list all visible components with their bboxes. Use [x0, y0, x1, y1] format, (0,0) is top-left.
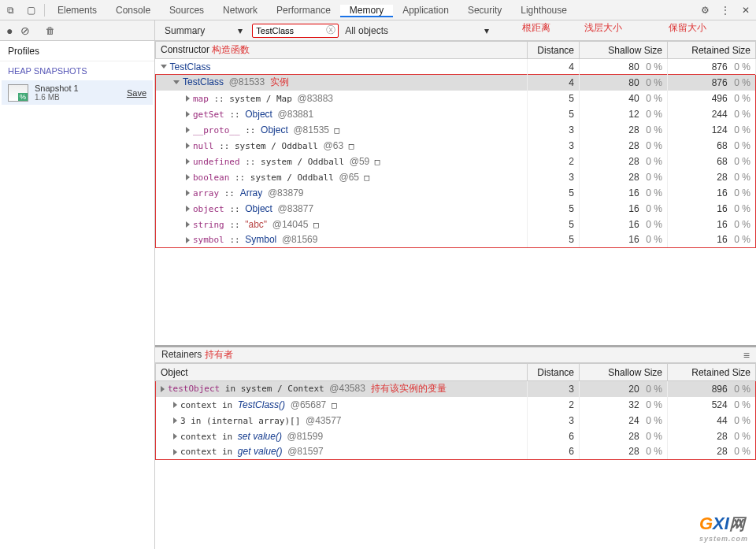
tab-console[interactable]: Console — [106, 5, 160, 16]
clear-filter-icon[interactable]: ⓧ — [326, 24, 335, 37]
table-row[interactable]: getSet :: Object @83881512 0 %244 0 % — [156, 106, 756, 122]
snapshot-item[interactable]: Snapshot 1 1.6 MB Save — [2, 80, 153, 105]
col-retained: Retained Size — [668, 42, 756, 59]
view-dropdown[interactable]: Summary▾ — [160, 25, 247, 36]
tab-elements[interactable]: Elements — [48, 5, 106, 16]
disclosure-triangle-icon[interactable] — [173, 449, 177, 455]
chevron-down-icon: ▾ — [238, 25, 243, 36]
tab-sources[interactable]: Sources — [160, 5, 213, 16]
disclosure-triangle-icon[interactable] — [186, 143, 190, 149]
retainers-table[interactable]: Object Distance Shallow Size Retained Si… — [155, 363, 756, 549]
disclosure-triangle-icon[interactable] — [186, 127, 190, 133]
disclosure-triangle-icon[interactable] — [186, 237, 190, 243]
table-row[interactable]: 3 in (internal array)[] @43577324 0 %44 … — [156, 413, 756, 428]
kebab-icon[interactable]: ⋮ — [715, 5, 736, 16]
disclosure-triangle-icon[interactable] — [161, 65, 167, 69]
disclosure-triangle-icon[interactable] — [186, 158, 190, 165]
disclosure-triangle-icon[interactable] — [173, 433, 177, 440]
tab-lighthouse[interactable]: Lighthouse — [511, 5, 576, 16]
table-row[interactable]: testObject in system / Context @43583 持有… — [156, 381, 756, 397]
gear-icon[interactable]: ≡ — [743, 349, 750, 362]
clear-icon[interactable]: ⊘ — [20, 24, 30, 37]
table-row[interactable]: map :: system / Map @83883540 0 %496 0 % — [156, 91, 756, 106]
chevron-down-icon: ▾ — [484, 25, 489, 36]
col-distance: Distance — [528, 42, 580, 59]
disclosure-triangle-icon[interactable] — [173, 402, 177, 408]
record-icon[interactable]: ● — [6, 24, 13, 37]
delete-icon[interactable]: 🗑 — [46, 25, 55, 36]
tab-application[interactable]: Application — [393, 5, 458, 16]
disclosure-triangle-icon[interactable] — [186, 111, 190, 117]
left-panel: ● ⊘ 🗑 Profiles HEAP SNAPSHOTS Snapshot 1… — [0, 20, 155, 549]
disclosure-triangle-icon[interactable] — [186, 190, 190, 196]
profiles-heading: Profiles — [0, 41, 154, 61]
inspect-icon[interactable]: ⧉ — [0, 5, 20, 16]
table-row[interactable]: context in TestClass() @65687 □232 0 %52… — [156, 397, 756, 413]
snapshot-name: Snapshot 1 — [35, 83, 127, 93]
table-row[interactable]: string :: "abc" @14045 □516 0 %16 0 % — [156, 217, 756, 232]
col-shallow: Shallow Size — [580, 364, 668, 381]
snapshot-size: 1.6 MB — [35, 93, 127, 102]
table-row[interactable]: TestClass @81533 实例480 0 %876 0 % — [156, 75, 756, 91]
disclosure-triangle-icon[interactable] — [186, 221, 190, 228]
col-object: Object — [156, 364, 528, 381]
tab-security[interactable]: Security — [458, 5, 511, 16]
table-row[interactable]: context in set value() @81599628 0 %28 0… — [156, 428, 756, 444]
table-row[interactable]: __proto__ :: Object @81535 □328 0 %124 0… — [156, 122, 756, 138]
disclosure-triangle-icon[interactable] — [186, 174, 190, 180]
tab-network[interactable]: Network — [213, 5, 267, 16]
annot-shallow: 浅层大小 — [584, 21, 622, 35]
save-link[interactable]: Save — [127, 88, 146, 98]
disclosure-triangle-icon[interactable] — [173, 80, 180, 84]
device-icon[interactable]: ▢ — [20, 5, 41, 16]
table-row[interactable]: null :: system / Oddball @63 □328 0 %68 … — [156, 138, 756, 154]
tab-memory[interactable]: Memory — [340, 5, 393, 17]
heap-snapshots-heading: HEAP SNAPSHOTS — [0, 61, 154, 80]
close-icon[interactable]: ✕ — [736, 5, 756, 16]
gear-icon[interactable]: ⚙ — [695, 5, 715, 16]
table-row[interactable]: undefined :: system / Oddball @59 □228 0… — [156, 154, 756, 169]
disclosure-triangle-icon[interactable] — [161, 386, 165, 392]
col-constructor: Constructor 构造函数 — [156, 42, 528, 59]
col-distance: Distance — [528, 364, 580, 381]
disclosure-triangle-icon[interactable] — [173, 417, 177, 424]
table-row[interactable]: object :: Object @83877516 0 %16 0 % — [156, 201, 756, 217]
table-row[interactable]: boolean :: system / Oddball @65 □328 0 %… — [156, 169, 756, 185]
table-row[interactable]: context in get value() @81597628 0 %28 0… — [156, 444, 756, 460]
annot-distance: 根距离 — [522, 21, 550, 35]
devtools-tabbar: ⧉ ▢ ElementsConsoleSourcesNetworkPerform… — [0, 0, 756, 20]
separator — [44, 4, 45, 17]
retainers-header: Retainers 持有者 ≡ — [155, 347, 756, 363]
disclosure-triangle-icon[interactable] — [186, 95, 190, 102]
constructors-table[interactable]: Constructor 构造函数 Distance Shallow Size R… — [155, 41, 756, 347]
snapshot-icon — [8, 84, 28, 102]
table-row[interactable]: TestClass480 0 %876 0 % — [156, 59, 756, 75]
table-row[interactable]: symbol :: Symbol @81569516 0 %16 0 % — [156, 232, 756, 248]
object-filter-dropdown[interactable]: All objects▾ — [340, 25, 494, 36]
profiles-toolbar: ● ⊘ 🗑 — [0, 20, 154, 41]
annot-retained: 保留大小 — [669, 21, 706, 35]
heap-filterbar: Summary▾ ⓧ All objects▾ 根距离 浅层大小 保留大小 — [155, 20, 756, 41]
col-retained: Retained Size — [668, 364, 756, 381]
col-shallow: Shallow Size — [580, 42, 668, 59]
watermark: GXI网 system.com — [699, 514, 748, 543]
tab-performance[interactable]: Performance — [267, 5, 340, 16]
table-row[interactable]: array :: Array @83879516 0 %16 0 % — [156, 185, 756, 201]
disclosure-triangle-icon[interactable] — [186, 206, 190, 212]
